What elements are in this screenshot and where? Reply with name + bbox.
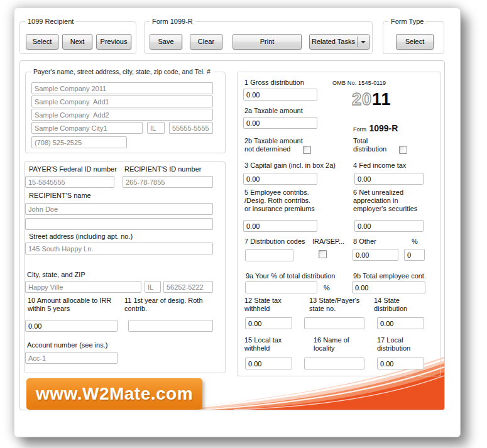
box15-input[interactable]	[245, 358, 292, 369]
box8-label: 8 Other	[353, 238, 376, 246]
box11-label: 11 1st year of desig. Roth contrib.	[124, 297, 216, 313]
city-state-zip-label: City, state, and ZIP	[27, 271, 85, 279]
payer-federal-id-label: PAYER'S Federal ID number	[29, 165, 117, 173]
form-toolbar-group: Form 1099-R Save Clear Print Related Tas…	[144, 21, 373, 54]
box9a-percent-label: %	[324, 284, 330, 292]
payer-phone-input[interactable]	[31, 136, 127, 148]
box2a-input[interactable]	[243, 117, 317, 129]
box4-input[interactable]	[354, 173, 424, 185]
account-number-label: Account number (see ins.)	[27, 341, 107, 349]
box1-input[interactable]	[243, 89, 317, 101]
recipient-next-button[interactable]: Next	[62, 34, 92, 50]
box14-input[interactable]	[377, 317, 424, 329]
tax-year-badge: 2011	[352, 90, 391, 109]
box9a-label: 9a Your % of total distribution	[246, 272, 335, 280]
omb-number: OMB No. 1545-0119	[332, 80, 386, 86]
form-number: 1099-R	[369, 123, 398, 133]
box9b-input[interactable]	[352, 281, 425, 293]
account-number-input[interactable]	[25, 352, 118, 364]
form-word: Form	[353, 126, 366, 133]
form-1099r-canvas: Payer's name, street address, city, stat…	[19, 60, 445, 410]
box2b-label: 2b Taxable amount not determined	[244, 137, 303, 153]
w2mate-banner-text: www.W2Mate.com	[36, 384, 193, 404]
box11-input[interactable]	[128, 320, 213, 332]
box9a-input[interactable]	[245, 281, 317, 293]
box8-percent-label: %	[412, 238, 418, 246]
recipient-select-button[interactable]: Select	[26, 34, 58, 50]
box6-label: 6 Net unrealized appreciation in employe…	[353, 188, 417, 213]
box8-input[interactable]	[353, 249, 398, 261]
tax-year-outline: 20	[352, 90, 372, 109]
box7-label: 7 Distribution codes	[244, 238, 305, 246]
box14-label: 14 State distribution	[374, 297, 407, 313]
form-type-toolbar-group: Form Type Select	[383, 21, 444, 54]
payer-state-input[interactable]	[147, 122, 165, 134]
total-distribution-checkbox[interactable]	[399, 146, 407, 154]
form-type-group-title: Form Type	[388, 18, 426, 26]
form-group-title: Form 1099-R	[150, 18, 195, 26]
box15-label: 15 Local tax withheld	[244, 336, 282, 352]
box10-label: 10 Amount allocable to IRR within 5 year…	[28, 297, 123, 313]
box5-label: 5 Employee contribs. /Desig. Roth contri…	[244, 188, 315, 213]
total-distribution-label: Total distribution	[353, 137, 386, 153]
box1-label: 1 Gross distribution	[244, 79, 304, 87]
box16-input[interactable]	[304, 358, 364, 369]
ira-sep-label: IRA/SEP...	[312, 238, 344, 246]
payer-address2-input[interactable]	[31, 109, 213, 121]
print-button[interactable]: Print	[233, 34, 302, 50]
recipient-id-input[interactable]	[123, 176, 213, 188]
form-number-title: Form 1099-R	[353, 123, 398, 134]
box16-label: 16 Name of locality	[314, 336, 349, 352]
box4-label: 4 Fed income tax	[353, 161, 406, 170]
w2mate-1099r-panel: 1099 Recipient Select Next Previous Form…	[14, 8, 461, 437]
payer-name-input[interactable]	[31, 82, 213, 94]
box10-input[interactable]	[25, 320, 118, 332]
recipient-city-input[interactable]	[25, 281, 141, 293]
recipient-group-title: 1099 Recipient	[25, 18, 76, 26]
street-address-label: Street address (including apt. no.)	[29, 232, 133, 241]
box12-label: 12 State tax withheld	[244, 297, 282, 313]
clear-button[interactable]: Clear	[190, 34, 222, 50]
box7-input[interactable]	[245, 249, 293, 261]
box17-input[interactable]	[377, 358, 424, 369]
save-button[interactable]: Save	[150, 34, 182, 50]
related-tasks-button[interactable]: Related Tasks	[309, 34, 369, 50]
related-tasks-label: Related Tasks	[310, 35, 357, 49]
street-address-input[interactable]	[25, 243, 213, 254]
dropdown-arrow-icon	[361, 41, 366, 46]
tax-year-bold: 11	[372, 90, 391, 109]
payer-federal-id-input[interactable]	[25, 176, 114, 188]
box13-input[interactable]	[304, 317, 364, 329]
recipient-toolbar-group: 1099 Recipient Select Next Previous	[19, 21, 136, 54]
box17-label: 17 Local distribution	[377, 336, 410, 352]
box12-input[interactable]	[245, 317, 292, 329]
box5-input[interactable]	[243, 220, 317, 232]
payer-address1-input[interactable]	[31, 96, 213, 107]
form-type-select-button[interactable]: Select	[396, 34, 434, 50]
recipient-name-label: RECIPIENT'S name	[29, 192, 91, 200]
box2b-checkbox[interactable]	[303, 146, 311, 154]
w2mate-banner: www.W2Mate.com	[26, 378, 202, 410]
box6-input[interactable]	[354, 220, 424, 232]
related-tasks-dropdown[interactable]	[358, 35, 369, 49]
recipient-previous-button[interactable]: Previous	[96, 34, 131, 50]
box3-label: 3 Capital gain (incl. in box 2a)	[244, 161, 336, 170]
recipient-zip-input[interactable]	[163, 281, 213, 293]
recipient-state-input[interactable]	[145, 281, 161, 293]
recipient-name2-input[interactable]	[25, 218, 213, 230]
recipient-name-input[interactable]	[25, 203, 213, 215]
box9b-label: 9b Total employee cont.	[353, 272, 426, 280]
recipient-id-label: RECIPIENT'S ID number	[124, 165, 202, 173]
box13-label: 13 State/Payer's state no.	[309, 297, 359, 313]
box3-input[interactable]	[243, 173, 317, 185]
payer-group-title: Payer's name, street address, city, stat…	[31, 68, 213, 76]
box2a-label: 2a Taxable amount	[244, 107, 303, 115]
ira-sep-checkbox[interactable]	[319, 250, 327, 258]
payer-zip-input[interactable]	[169, 122, 213, 134]
box8-percent-input[interactable]	[404, 249, 425, 261]
payer-city-input[interactable]	[31, 122, 143, 134]
